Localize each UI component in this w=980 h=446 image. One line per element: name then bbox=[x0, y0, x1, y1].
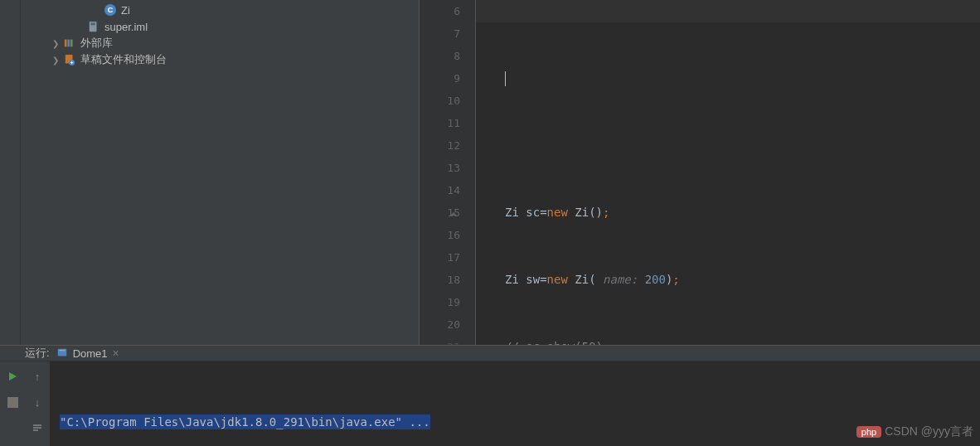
svg-rect-9 bbox=[59, 350, 65, 351]
svg-rect-4 bbox=[67, 40, 70, 47]
run-header: 运行: Dome1 × bbox=[0, 346, 980, 361]
run-toolbar-secondary: ↑ ↓ bbox=[25, 361, 50, 446]
code-editor[interactable]: 67891011121314 15 161718192021 Zi sc=new… bbox=[419, 0, 980, 345]
console-output[interactable]: "C:\Program Files\Java\jdk1.8.0_291\bin\… bbox=[50, 361, 980, 446]
tree-label: Zi bbox=[121, 4, 130, 17]
tree-label: 外部库 bbox=[80, 36, 113, 51]
tree-item-scratches[interactable]: ❯ 草稿文件和控制台 bbox=[21, 51, 419, 68]
tree-label: 草稿文件和控制台 bbox=[80, 52, 167, 67]
line-gutter[interactable]: 67891011121314 15 161718192021 bbox=[420, 0, 476, 345]
run-tab[interactable]: Dome1 × bbox=[50, 346, 126, 361]
watermark: phpCSDN @yyy言者 bbox=[856, 424, 973, 439]
iml-file-icon bbox=[87, 20, 100, 33]
scratch-icon bbox=[63, 53, 76, 66]
svg-rect-2 bbox=[91, 24, 95, 25]
chevron-right-icon: ❯ bbox=[50, 54, 61, 65]
close-icon[interactable]: × bbox=[113, 347, 119, 360]
tree-item-external-libs[interactable]: ❯ 外部库 bbox=[21, 35, 419, 51]
class-icon: C bbox=[104, 3, 117, 17]
soft-wrap-icon[interactable] bbox=[31, 421, 44, 434]
chevron-right-icon: ❯ bbox=[50, 37, 61, 49]
caret bbox=[505, 71, 506, 86]
up-icon[interactable]: ↑ bbox=[31, 370, 44, 383]
library-icon bbox=[63, 36, 76, 50]
svg-rect-3 bbox=[65, 40, 67, 47]
svg-rect-1 bbox=[91, 23, 95, 24]
project-tool-strip[interactable] bbox=[0, 0, 21, 345]
collapse-icon[interactable] bbox=[449, 206, 458, 216]
run-label: 运行: bbox=[25, 346, 50, 361]
rerun-icon[interactable] bbox=[6, 370, 19, 383]
svg-rect-8 bbox=[57, 348, 66, 356]
run-tool-window[interactable]: 运行: Dome1 × ↑ ↓ "C:\Program Files\Java\j… bbox=[0, 345, 980, 446]
console-cmd: "C:\Program Files\Java\jdk1.8.0_291\bin\… bbox=[60, 414, 430, 429]
down-icon[interactable]: ↓ bbox=[31, 395, 44, 409]
watermark-badge: php bbox=[856, 426, 881, 438]
watermark-text: CSDN @yyy言者 bbox=[885, 424, 973, 438]
run-tab-name: Dome1 bbox=[73, 347, 108, 360]
tree-item-zi[interactable]: C Zi bbox=[21, 2, 419, 18]
tree-label: super.iml bbox=[104, 21, 148, 33]
svg-rect-5 bbox=[70, 40, 73, 47]
code-area[interactable]: Zi sc=new Zi(); Zi sw=new Zi( name: 200)… bbox=[476, 0, 980, 345]
tree-item-super-iml[interactable]: super.iml bbox=[21, 18, 419, 35]
project-tree[interactable]: C Zi super.iml ❯ 外部库 ❯ bbox=[21, 0, 419, 345]
current-line-highlight bbox=[476, 0, 980, 22]
run-toolbar-primary bbox=[0, 361, 25, 446]
stop-icon[interactable] bbox=[6, 395, 19, 409]
run-config-icon bbox=[56, 347, 68, 361]
